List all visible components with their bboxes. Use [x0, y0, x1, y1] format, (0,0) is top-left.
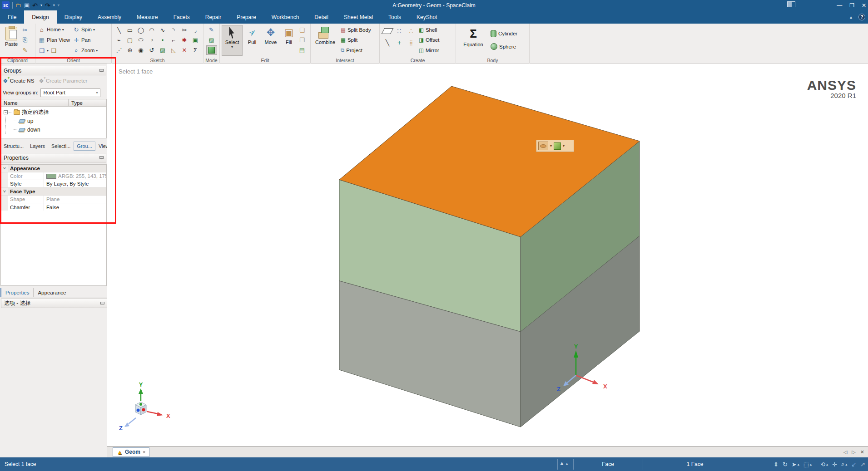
create-plane-icon[interactable] [382, 28, 394, 34]
tab-list-close-icon[interactable]: ✕ [860, 449, 864, 455]
color-swatch[interactable] [46, 174, 56, 179]
tab-scroll-left-icon[interactable]: ◁ [843, 449, 847, 455]
sketch-chamfer-icon[interactable]: ◺ [171, 47, 176, 54]
split-body-button[interactable]: ▤Split Body [341, 25, 371, 34]
column-type[interactable]: Type [69, 99, 83, 106]
section-appearance[interactable]: ˅ Appearance [1, 165, 106, 172]
arrow-northeast-icon[interactable]: ↗ [860, 461, 865, 468]
open-file-icon[interactable]: 🗀 [15, 2, 21, 8]
paste-button[interactable]: Paste [2, 25, 21, 56]
zoom-tool-icon[interactable]: ⌕▴ [841, 461, 847, 468]
section-face-type[interactable]: ˅ Face Type [1, 188, 106, 196]
tree-item-down[interactable]: down [1, 125, 106, 134]
property-row-shape[interactable]: Shape Plane [1, 196, 106, 203]
sketch-corner-icon[interactable]: ◝ [172, 27, 174, 34]
view-cube-dropdown-icon[interactable]: ▾ [47, 49, 49, 53]
sketch-split-icon[interactable]: ✱ [182, 37, 187, 44]
view-orientation-triad[interactable]: Y X Z [119, 381, 170, 432]
model-canvas[interactable]: Y X Z Y X [107, 64, 868, 446]
solid-filter-button[interactable]: ▲ ▴ [559, 460, 568, 466]
mirror-button[interactable]: ◫Mirror [419, 45, 439, 55]
cylinder-button[interactable]: Cylinder [491, 29, 517, 38]
tab-repair[interactable]: Repair [198, 10, 229, 24]
tab-detail[interactable]: Detail [307, 10, 336, 24]
selection-count-indicator[interactable]: 1 Face [643, 461, 747, 467]
cut-icon[interactable]: ✂ [21, 26, 29, 34]
combine-button[interactable]: Combine [312, 25, 338, 56]
tree-expander-icon[interactable]: − [4, 110, 8, 114]
tree-root-row[interactable]: − 指定的选择 [1, 108, 106, 117]
tab-tools[interactable]: Tools [381, 10, 409, 24]
create-parameter-button[interactable]: ❖Create Parameter [39, 78, 87, 84]
home-button[interactable]: ⌂Home▾ [37, 25, 71, 34]
tab-file[interactable]: File [0, 10, 24, 24]
tab-measure[interactable]: Measure [129, 10, 166, 24]
edit-small1-icon[interactable]: ❏ [298, 26, 306, 34]
tree-item-label[interactable]: up [27, 118, 33, 124]
sketch-bend-icon[interactable]: ⌐ [172, 37, 175, 44]
sketch-rectangle-icon[interactable]: ▭ [127, 27, 133, 34]
tab-design[interactable]: Design [24, 10, 56, 24]
zoom-button[interactable]: ⌕Zoom▾ [72, 46, 99, 55]
snapshot-icon[interactable]: ❏ [50, 47, 57, 54]
fill-tool-button[interactable]: ▣ Fill [281, 25, 297, 56]
undo-icon[interactable]: ↶ [32, 2, 38, 9]
sketch-three-point-circle-icon[interactable]: ⊕ [128, 47, 133, 54]
shell-button[interactable]: ◧Shell [419, 25, 439, 34]
face-filter-icon[interactable] [538, 142, 548, 150]
sketch-tangent-arc-icon[interactable]: ◔ [150, 37, 154, 44]
sketch-point-series-icon[interactable]: ⋰ [116, 47, 122, 54]
move-tool-button[interactable]: ✥ Move [262, 25, 280, 56]
sketch-construction-line-icon[interactable]: ⌁ [117, 37, 121, 44]
redo-icon[interactable]: ↷ [45, 2, 50, 9]
plan-view-button[interactable]: ▦Plan View [37, 35, 71, 44]
tab-sheet-metal[interactable]: Sheet Metal [336, 10, 381, 24]
sketch-delete-icon[interactable]: ✕ [182, 47, 187, 54]
sketch-spline-icon[interactable]: ∿ [160, 27, 165, 34]
redo-dropdown-icon[interactable]: ▾ [53, 3, 55, 7]
copy-icon[interactable]: ⎘ [21, 36, 29, 44]
body-filter-dropdown-icon[interactable]: ▾ [563, 144, 565, 148]
equation-button[interactable]: Σ Equation [461, 25, 486, 56]
sketch-arc2-icon[interactable]: ◞ [194, 27, 196, 34]
tab-scroll-right-icon[interactable]: ▷ [852, 449, 855, 455]
property-row-color[interactable]: Color ARGB: 255, 143, 175 [1, 172, 106, 180]
sketch-center-circle-icon[interactable]: ◉ [138, 47, 143, 54]
pin-icon[interactable] [100, 301, 104, 306]
create-ns-button[interactable]: ❖Create NS [3, 78, 34, 84]
view-cube-icon[interactable]: ❑ [38, 47, 45, 54]
create-point-icon[interactable]: ∷ [397, 27, 402, 34]
create-grid-pattern-icon[interactable]: ⣿ [409, 40, 413, 46]
tab-structure[interactable]: Structu... [0, 142, 27, 151]
tab-facets[interactable]: Facets [166, 10, 198, 24]
tab-workbench[interactable]: Workbench [264, 10, 307, 24]
solid-mode-button[interactable] [206, 45, 217, 55]
select-cursor-icon[interactable]: ➤▴ [792, 461, 799, 468]
tab-keyshot[interactable]: KeyShot [409, 10, 445, 24]
create-axes-icon[interactable]: + [397, 39, 401, 46]
help-icon[interactable]: ? [858, 14, 865, 20]
tree-item-up[interactable]: up [1, 117, 106, 125]
format-painter-icon[interactable]: ✎ [21, 46, 29, 54]
sketch-sweep-arc-icon[interactable]: ↺ [149, 47, 154, 54]
create-line-icon[interactable]: ╲ [386, 39, 389, 46]
tree-root-label[interactable]: 指定的选择 [22, 108, 49, 116]
3d-viewport[interactable]: Y X Z Y X [107, 64, 868, 446]
sketch-line-icon[interactable]: ╲ [117, 27, 121, 34]
offset-button[interactable]: ◨Offset [419, 35, 439, 45]
pin-icon[interactable] [99, 156, 103, 160]
sketch-point-icon[interactable]: • [162, 37, 164, 44]
sketch-trim-icon[interactable]: ✂ [182, 27, 187, 34]
section-mode-button[interactable]: ▨ [206, 35, 217, 45]
sketch-equation-icon[interactable]: Σ [193, 47, 197, 54]
sketch-ellipse-icon[interactable]: ⬭ [138, 36, 143, 44]
rotate-cursor-icon[interactable]: ↻ [783, 461, 788, 468]
tab-properties[interactable]: Properties [0, 288, 34, 297]
pin-icon[interactable] [99, 69, 103, 73]
property-row-chamfer[interactable]: Chamfer False [1, 203, 106, 211]
spin-button[interactable]: ↻Spin▾ [72, 25, 99, 34]
split-button[interactable]: ▦Split [341, 35, 371, 45]
sketch-mode-button[interactable]: ✎ [206, 25, 217, 34]
tab-appearance[interactable]: Appearance [34, 288, 70, 297]
sketch-fill-region-icon[interactable]: ▨ [160, 47, 165, 54]
